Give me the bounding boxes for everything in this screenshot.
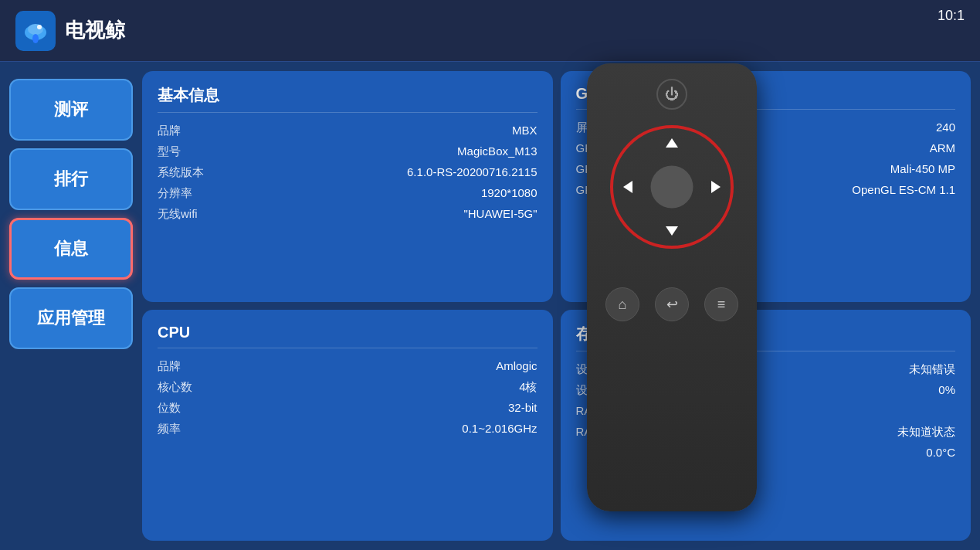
- sidebar-item-ranking[interactable]: 排行: [9, 148, 133, 210]
- svg-point-3: [32, 34, 39, 43]
- menu-icon: ≡: [717, 297, 726, 313]
- dpad-left-button[interactable]: [614, 173, 642, 201]
- sidebar-item-info[interactable]: 信息: [9, 218, 133, 280]
- table-row: 核心数 4核: [158, 380, 537, 395]
- arrow-up-icon: [666, 138, 678, 148]
- cpu-info-card: CPU 品牌 Amlogic 核心数 4核 位数 32-bit 频率 0.1~2…: [142, 310, 553, 541]
- menu-button[interactable]: ≡: [704, 287, 738, 321]
- content-area: 基本信息 品牌 MBX 型号 MagicBox_M13 系统版本 6.1.0-R…: [142, 71, 971, 541]
- main-layout: 测评 排行 信息 应用管理 基本信息 品牌 MBX 型号 MagicBox_M1…: [0, 62, 980, 550]
- remote-bottom-buttons: ⌂ ↩ ≡: [605, 287, 738, 321]
- home-icon: ⌂: [619, 297, 627, 313]
- table-row: 分辨率 1920*1080: [158, 186, 537, 201]
- table-row: 品牌 MBX: [158, 124, 537, 138]
- dpad-up-button[interactable]: [658, 129, 686, 157]
- arrow-right-icon: [711, 181, 721, 193]
- sidebar: 测评 排行 信息 应用管理: [9, 71, 133, 541]
- time-display: 10:1: [938, 8, 965, 24]
- table-row: 频率 0.1~2.016GHz: [158, 422, 537, 436]
- power-icon: ⏻: [665, 87, 679, 103]
- cpu-info-title: CPU: [158, 324, 537, 348]
- dpad: [610, 125, 734, 249]
- header: 电视鲸 10:1: [0, 0, 980, 62]
- dpad-center-button[interactable]: [651, 166, 693, 209]
- app-title: 电视鲸: [65, 17, 125, 44]
- sidebar-item-review[interactable]: 测评: [9, 79, 133, 141]
- table-row: 无线wifi "HUAWEI-5G": [158, 207, 537, 222]
- arrow-down-icon: [666, 226, 678, 236]
- table-row: 品牌 Amlogic: [158, 359, 537, 374]
- dpad-down-button[interactable]: [658, 217, 686, 245]
- basic-info-title: 基本信息: [158, 85, 537, 113]
- remote-control: ⏻ ⌂ ↩ ≡: [587, 63, 757, 511]
- arrow-left-icon: [623, 181, 632, 193]
- table-row: 系统版本 6.1.0-RS-20200716.2115: [158, 165, 537, 180]
- logo-icon: [15, 11, 56, 51]
- svg-point-2: [37, 25, 42, 29]
- basic-info-card: 基本信息 品牌 MBX 型号 MagicBox_M13 系统版本 6.1.0-R…: [142, 71, 553, 302]
- logo-area: 电视鲸: [15, 11, 125, 51]
- sidebar-item-app-manage[interactable]: 应用管理: [9, 287, 133, 349]
- table-row: 位数 32-bit: [158, 401, 537, 416]
- back-icon: ↩: [666, 296, 678, 313]
- back-button[interactable]: ↩: [655, 287, 689, 321]
- dpad-right-button[interactable]: [702, 173, 730, 201]
- power-button[interactable]: ⏻: [656, 79, 687, 110]
- home-button[interactable]: ⌂: [605, 287, 639, 321]
- table-row: 型号 MagicBox_M13: [158, 144, 537, 159]
